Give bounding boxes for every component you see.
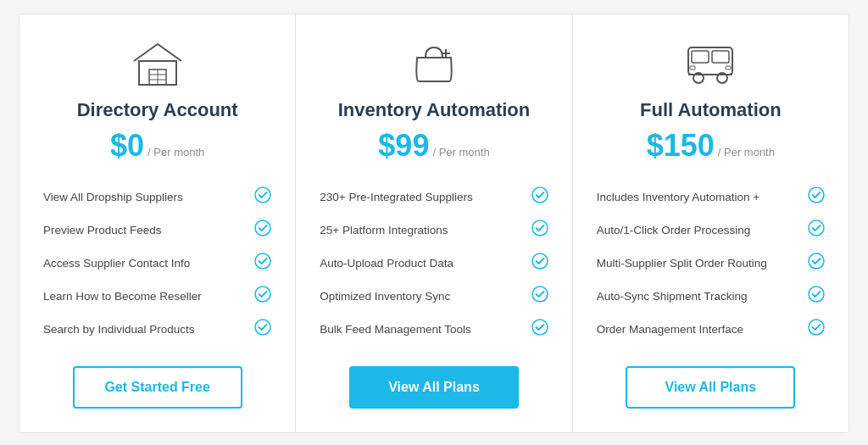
- svg-point-15: [532, 286, 548, 302]
- list-item: Order Management Interface: [597, 313, 825, 346]
- list-item: Auto-Sync Shipment Tracking: [597, 280, 825, 313]
- svg-point-5: [255, 187, 270, 203]
- check-icon: [808, 186, 825, 208]
- check-icon: [808, 220, 825, 241]
- svg-rect-17: [688, 47, 732, 75]
- feature-text: Bulk Feed Management Tools: [320, 323, 524, 336]
- check-icon: [531, 220, 548, 241]
- list-item: Optimized Inventory Sync: [320, 280, 548, 313]
- list-item: Bulk Feed Management Tools: [320, 313, 548, 346]
- svg-point-8: [255, 286, 270, 302]
- check-icon: [254, 319, 271, 340]
- list-item: Includes Inventory Automation +: [597, 181, 825, 214]
- svg-point-14: [532, 253, 548, 269]
- check-icon: [808, 253, 825, 274]
- check-icon: [808, 319, 825, 340]
- list-item: Search by Individual Products: [43, 313, 271, 346]
- check-icon: [531, 286, 548, 307]
- list-item: Access Supplier Contact Info: [43, 247, 271, 280]
- inventory-cta-button[interactable]: View All Plans: [349, 366, 519, 409]
- feature-text: Order Management Interface: [597, 323, 801, 336]
- feature-text: View All Dropship Suppliers: [43, 191, 248, 203]
- inventory-features-list: 230+ Pre-Integrated Suppliers 25+ Platfo…: [320, 181, 548, 346]
- pricing-card-full: Full Automation$150/ Per monthIncludes I…: [573, 14, 849, 432]
- feature-text: Learn How to Become Reseller: [43, 290, 248, 303]
- svg-rect-18: [692, 51, 709, 63]
- check-icon: [254, 220, 271, 241]
- svg-point-29: [809, 320, 824, 335]
- svg-point-12: [532, 187, 548, 203]
- directory-price-amount: $0: [110, 128, 144, 164]
- pricing-card-directory: Directory Account$0/ Per monthView All D…: [19, 14, 296, 432]
- svg-point-26: [809, 220, 824, 236]
- feature-text: Access Supplier Contact Info: [43, 257, 248, 270]
- pricing-card-inventory: Inventory Automation$99/ Per month230+ P…: [296, 14, 572, 432]
- check-icon: [531, 186, 548, 208]
- feature-text: Multi-Supplier Split Order Routing: [597, 257, 801, 270]
- feature-text: 230+ Pre-Integrated Suppliers: [320, 191, 524, 203]
- check-icon: [254, 286, 271, 307]
- svg-rect-23: [690, 66, 695, 70]
- list-item: Auto-Upload Product Data: [320, 247, 548, 280]
- svg-rect-24: [726, 66, 731, 70]
- svg-rect-19: [712, 51, 729, 63]
- feature-text: Auto/1-Click Order Processing: [597, 224, 801, 236]
- full-plan-name: Full Automation: [640, 99, 782, 121]
- svg-point-9: [255, 320, 270, 335]
- full-cta-button[interactable]: View All Plans: [626, 366, 795, 409]
- check-icon: [808, 286, 825, 307]
- feature-text: Search by Individual Products: [43, 323, 248, 336]
- svg-point-7: [255, 253, 270, 269]
- inventory-price-period: / Per month: [432, 146, 489, 159]
- inventory-icon: [403, 38, 465, 89]
- svg-point-16: [532, 320, 548, 335]
- svg-point-6: [255, 220, 270, 236]
- svg-point-28: [809, 286, 824, 302]
- directory-price-row: $0/ Per month: [110, 128, 204, 164]
- check-icon: [531, 253, 548, 274]
- list-item: 230+ Pre-Integrated Suppliers: [320, 181, 548, 214]
- svg-point-25: [809, 187, 824, 203]
- svg-point-13: [532, 220, 548, 236]
- directory-price-period: / Per month: [147, 146, 204, 159]
- feature-text: Includes Inventory Automation +: [597, 191, 801, 203]
- feature-text: Optimized Inventory Sync: [320, 290, 524, 303]
- full-price-period: / Per month: [718, 146, 775, 159]
- list-item: Learn How to Become Reseller: [43, 280, 271, 313]
- check-icon: [254, 253, 271, 274]
- list-item: Auto/1-Click Order Processing: [597, 214, 825, 247]
- check-icon: [254, 186, 271, 208]
- full-icon: [680, 38, 741, 89]
- directory-icon: [127, 38, 188, 89]
- full-price-amount: $150: [647, 128, 715, 164]
- list-item: Preview Product Feeds: [43, 214, 271, 247]
- directory-cta-button[interactable]: Get Started Free: [73, 366, 242, 409]
- svg-point-27: [809, 253, 824, 269]
- feature-text: Auto-Sync Shipment Tracking: [597, 290, 801, 303]
- directory-features-list: View All Dropship Suppliers Preview Prod…: [43, 181, 271, 346]
- directory-plan-name: Directory Account: [77, 99, 238, 121]
- inventory-price-amount: $99: [378, 128, 429, 164]
- list-item: View All Dropship Suppliers: [43, 181, 271, 214]
- full-price-row: $150/ Per month: [647, 128, 775, 164]
- pricing-container: Directory Account$0/ Per monthView All D…: [19, 14, 849, 433]
- feature-text: 25+ Platform Integrations: [320, 224, 524, 236]
- full-features-list: Includes Inventory Automation + Auto/1-C…: [597, 181, 825, 346]
- check-icon: [531, 319, 548, 340]
- feature-text: Auto-Upload Product Data: [320, 257, 524, 270]
- feature-text: Preview Product Feeds: [43, 224, 248, 236]
- list-item: Multi-Supplier Split Order Routing: [597, 247, 825, 280]
- list-item: 25+ Platform Integrations: [320, 214, 548, 247]
- inventory-plan-name: Inventory Automation: [338, 99, 531, 121]
- inventory-price-row: $99/ Per month: [378, 128, 489, 164]
